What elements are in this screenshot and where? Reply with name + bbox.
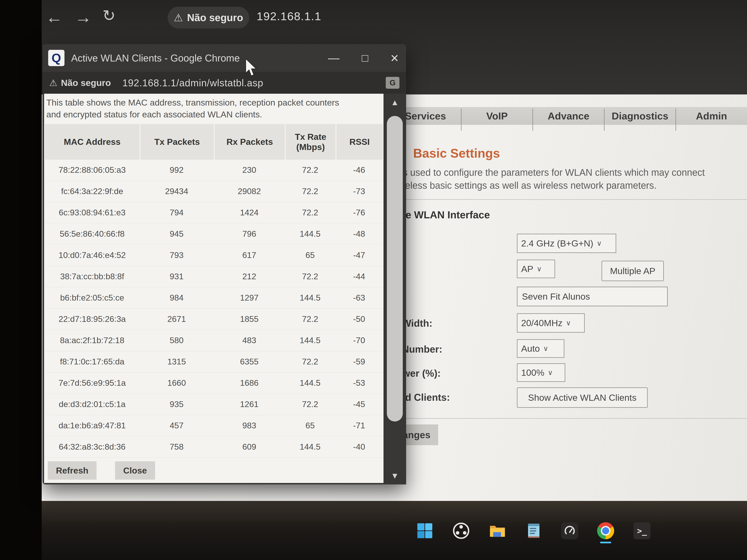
rssi-cell: -40 xyxy=(336,436,383,457)
mac-cell: da:1e:b6:a9:47:81 xyxy=(45,415,139,436)
mode-value: AP xyxy=(521,264,533,274)
rx-cell: 1855 xyxy=(214,309,285,330)
popup-url[interactable]: 192.168.1.1/admin/wlstatbl.asp xyxy=(123,77,263,88)
table-row: da:1e:b6:a9:47:8145798365-71 xyxy=(45,415,383,436)
mode-select[interactable]: AP ∨ xyxy=(517,260,555,278)
close-icon[interactable]: × xyxy=(390,51,399,65)
table-row: 22:d7:18:95:26:3a2671185572.2-50 xyxy=(45,309,383,330)
maximize-icon[interactable]: □ xyxy=(362,53,368,63)
band-select[interactable]: 2.4 GHz (B+G+N) ∨ xyxy=(517,234,616,253)
rx-cell: 609 xyxy=(214,436,285,457)
not-secure-badge[interactable]: ⚠ Não seguro xyxy=(168,7,249,28)
channel-width-value: 20/40MHz xyxy=(521,318,563,328)
chevron-down-icon: ∨ xyxy=(566,319,571,327)
show-active-wlan-clients-button[interactable]: Show Active WLAN Clients xyxy=(517,388,648,408)
mac-cell: 78:22:88:06:05:a3 xyxy=(45,160,139,181)
popup-not-secure-label[interactable]: Não seguro xyxy=(61,78,111,88)
chevron-down-icon: ∨ xyxy=(597,239,602,247)
chrome-icon[interactable] xyxy=(597,522,615,540)
rx-cell: 1686 xyxy=(214,373,285,394)
popup-scrollbar[interactable]: ▲ ▼ xyxy=(384,94,406,484)
tab-voip[interactable]: VoIP xyxy=(462,110,533,122)
scroll-down-icon[interactable]: ▼ xyxy=(384,471,406,480)
channel-width-select[interactable]: 20/40MHz ∨ xyxy=(517,313,585,332)
col-header-rx: Rx Packets xyxy=(214,124,285,160)
mac-cell: de:d3:d2:01:c5:1a xyxy=(45,394,139,415)
rx-cell: 212 xyxy=(214,266,285,287)
tx-cell: 758 xyxy=(139,436,214,457)
warning-icon: ⚠ xyxy=(174,12,183,24)
table-row: 56:5e:86:40:66:f8945796144.5-48 xyxy=(45,223,383,245)
rssi-cell: -46 xyxy=(336,160,383,181)
address-bar-url[interactable]: 192.168.1.1 xyxy=(257,10,321,23)
table-row: 10:d0:7a:46:e4:5279361765-47 xyxy=(45,245,383,266)
active-wlan-clients-window: Q Active WLAN Clients - Google Chrome — … xyxy=(43,44,406,484)
table-row: de:d3:d2:01:c5:1a935126172.2-45 xyxy=(45,394,383,415)
terminal-icon[interactable]: >_ xyxy=(633,522,651,540)
show-clients-label: Show Active WLAN Clients xyxy=(528,393,637,403)
table-description-line2: and encrypted status for each associated… xyxy=(46,108,382,121)
table-row: 64:32:a8:3c:8d:36758609144.5-40 xyxy=(45,436,383,458)
chevron-down-icon: ∨ xyxy=(537,265,542,273)
multiple-ap-button[interactable]: Multiple AP xyxy=(601,261,664,281)
refresh-button[interactable]: Refresh xyxy=(48,461,97,480)
tab-diagnostics[interactable]: Diagnostics xyxy=(604,110,675,122)
forward-icon[interactable]: → xyxy=(75,8,92,26)
rate-cell: 72.2 xyxy=(285,202,336,223)
reload-icon[interactable]: ↻ xyxy=(102,8,115,23)
rate-cell: 144.5 xyxy=(285,436,336,457)
mouse-cursor xyxy=(245,58,258,79)
rx-cell: 230 xyxy=(214,160,285,181)
rssi-cell: -76 xyxy=(336,202,383,223)
translate-icon[interactable]: G xyxy=(386,77,400,89)
rx-cell: 1297 xyxy=(214,287,285,308)
table-row: f8:71:0c:17:65:da1315635572.2-59 xyxy=(45,351,383,373)
scrollbar-thumb[interactable] xyxy=(387,116,403,422)
table-row: fc:64:3a:22:9f:de294342908272.2-73 xyxy=(45,181,383,202)
page-title: Basic Settings xyxy=(413,146,500,160)
taskbar: >_ xyxy=(416,522,651,540)
close-button[interactable]: Close xyxy=(115,461,155,480)
minimize-icon[interactable]: — xyxy=(328,52,340,64)
tx-cell: 29434 xyxy=(139,181,214,202)
rx-cell: 6355 xyxy=(214,351,285,372)
obs-studio-icon[interactable] xyxy=(452,522,470,540)
file-explorer-icon[interactable] xyxy=(489,522,506,540)
rate-cell: 144.5 xyxy=(285,373,336,394)
scroll-up-icon[interactable]: ▲ xyxy=(384,98,406,107)
rate-cell: 72.2 xyxy=(285,351,336,372)
col-header-rssi: RSSI xyxy=(336,124,383,160)
rate-cell: 72.2 xyxy=(285,181,336,202)
col-header-mac: MAC Address xyxy=(45,124,139,160)
tab-advance[interactable]: Advance xyxy=(533,110,604,122)
tx-cell: 935 xyxy=(139,394,214,415)
rssi-cell: -48 xyxy=(336,223,383,244)
ssid-input[interactable]: Seven Fit Alunos xyxy=(517,287,668,306)
rate-cell: 72.2 xyxy=(285,394,336,415)
tx-cell: 2671 xyxy=(139,309,214,330)
rx-cell: 1424 xyxy=(214,202,285,223)
wlan-clients-table: MAC Address Tx Packets Rx Packets Tx Rat… xyxy=(45,124,383,458)
rx-cell: 483 xyxy=(214,330,285,351)
mac-cell: 64:32:a8:3c:8d:36 xyxy=(45,436,139,457)
col-header-rate: Tx Rate (Mbps) xyxy=(285,124,336,160)
table-row: 7e:7d:56:e9:95:1a16601686144.5-53 xyxy=(45,373,383,394)
rate-cell: 72.2 xyxy=(285,160,336,181)
active-app-indicator xyxy=(600,542,611,543)
rate-cell: 65 xyxy=(285,245,336,266)
terminal-prompt-glyph: >_ xyxy=(634,522,650,539)
mac-cell: 6c:93:08:94:61:e3 xyxy=(45,202,139,223)
notepad-icon[interactable] xyxy=(525,522,543,540)
tab-admin[interactable]: Admin xyxy=(676,110,747,122)
channel-number-select[interactable]: Auto ∨ xyxy=(517,339,564,358)
start-button-icon[interactable] xyxy=(416,522,434,540)
multiple-ap-label: Multiple AP xyxy=(610,266,655,276)
nav-tabs-bar: Services VoIP Advance Diagnostics Admin xyxy=(390,107,747,125)
mac-cell: fc:64:3a:22:9f:de xyxy=(45,181,139,202)
output-power-select[interactable]: 100% ∨ xyxy=(517,363,565,382)
table-row: 38:7a:cc:bb:b8:8f93121272.2-44 xyxy=(45,266,383,287)
back-icon[interactable]: ← xyxy=(46,8,63,26)
tx-cell: 793 xyxy=(139,245,214,266)
speedtest-icon[interactable] xyxy=(561,522,578,539)
rate-cell: 72.2 xyxy=(285,266,336,287)
